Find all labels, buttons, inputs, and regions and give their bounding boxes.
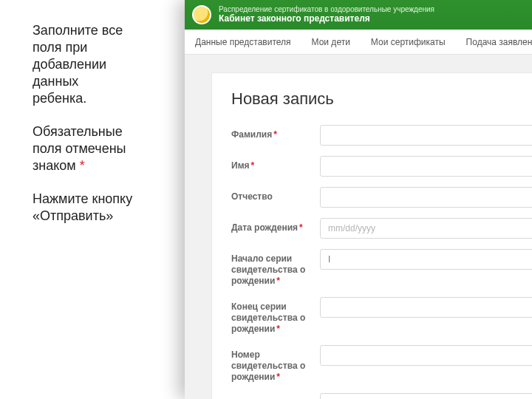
label-text: Начало серии свидетельства о рождении — [231, 253, 305, 286]
app-header-titles: Распределение сертификатов в оздоровител… — [219, 5, 434, 24]
input-birthdate[interactable] — [320, 218, 532, 239]
label-text: Фамилия — [231, 129, 272, 140]
tab-my-certificates[interactable]: Мои сертификаты — [361, 30, 456, 54]
label-text: Отчество — [231, 191, 273, 202]
instruction-paragraph-3: Нажмите кнопку «Отправить» — [33, 191, 134, 225]
required-star: * — [276, 372, 280, 382]
label-snils: СНИЛС — [231, 393, 320, 399]
label-text: Номер свидетельства о рождении — [231, 349, 305, 382]
label-cert-number: Номер свидетельства о рождении* — [231, 345, 320, 383]
app-logo-icon — [192, 5, 211, 24]
field-row-cert-series-start: Начало серии свидетельства о рождении* — [231, 249, 532, 287]
field-row-firstname: Имя* — [231, 156, 532, 177]
field-row-snils: СНИЛС — [231, 393, 532, 399]
app-header: Распределение сертификатов в оздоровител… — [185, 0, 532, 30]
required-star: * — [251, 160, 255, 171]
label-text: Имя — [231, 160, 250, 171]
required-star: * — [273, 129, 277, 140]
field-row-birthdate: Дата рождения* — [231, 218, 532, 239]
required-star: * — [299, 222, 303, 233]
tab-my-children[interactable]: Мои дети — [301, 30, 361, 54]
label-firstname: Имя* — [231, 156, 320, 171]
input-cert-series-end[interactable] — [320, 297, 532, 318]
form-card: Новая запись Фамилия* Имя* Отчество — [211, 72, 532, 399]
label-middlename: Отчество — [231, 187, 320, 202]
field-row-lastname: Фамилия* — [231, 125, 532, 146]
required-star: * — [276, 324, 280, 334]
input-lastname[interactable] — [320, 125, 532, 146]
label-text: Дата рождения — [231, 222, 298, 233]
instruction-panel: Заполните все поля при добавлении данных… — [0, 0, 148, 399]
form-title: Новая запись — [231, 89, 532, 109]
label-cert-series-end: Конец серии свидетельства о рождении* — [231, 297, 320, 335]
input-cert-number[interactable] — [320, 345, 532, 366]
label-text: Конец серии свидетельства о рождении — [231, 301, 305, 334]
tab-representative-data[interactable]: Данные представителя — [185, 30, 301, 54]
required-star: * — [276, 276, 280, 286]
field-row-middlename: Отчество — [231, 187, 532, 208]
label-birthdate: Дата рождения* — [231, 218, 320, 233]
label-cert-series-start: Начало серии свидетельства о рождении* — [231, 249, 320, 287]
input-middlename[interactable] — [320, 187, 532, 208]
field-row-cert-number: Номер свидетельства о рождении* — [231, 345, 532, 383]
tab-bar: Данные представителя Мои дети Мои сертиф… — [185, 30, 532, 55]
instruction-paragraph-1: Заполните все поля при добавлении данных… — [33, 22, 134, 107]
instruction-paragraph-2: Обязательные поля отмечены знаком * — [33, 123, 134, 174]
required-star: * — [80, 158, 85, 173]
input-snils[interactable] — [320, 393, 532, 399]
field-row-cert-series-end: Конец серии свидетельства о рождении* — [231, 297, 532, 335]
app-window: Распределение сертификатов в оздоровител… — [185, 0, 532, 399]
tab-submit-application[interactable]: Подача заявления — [456, 30, 532, 54]
form-area: Новая запись Фамилия* Имя* Отчество — [185, 55, 532, 399]
app-title: Кабинет законного представителя — [219, 14, 434, 24]
input-cert-series-start[interactable] — [320, 249, 532, 270]
label-lastname: Фамилия* — [231, 125, 320, 140]
input-firstname[interactable] — [320, 156, 532, 177]
